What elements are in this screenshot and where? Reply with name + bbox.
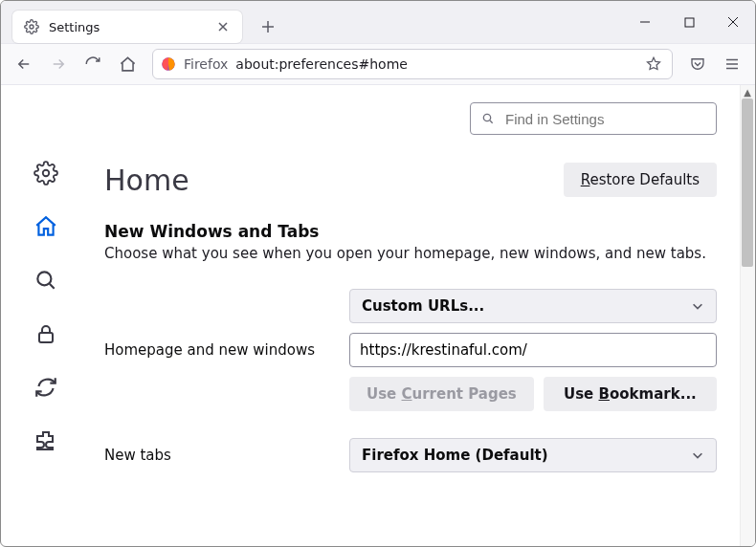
bookmark-star-icon[interactable]	[643, 54, 664, 75]
sidebar-sync[interactable]	[33, 374, 59, 401]
search-icon	[480, 111, 496, 126]
url-text: about:preferences#home	[235, 56, 408, 72]
use-bookmark-button[interactable]: Use Bookmark...	[544, 377, 717, 411]
browser-window: Settings Fi	[0, 0, 756, 547]
minimize-button[interactable]	[623, 1, 667, 43]
reload-button[interactable]	[78, 49, 108, 79]
find-input[interactable]	[503, 110, 706, 128]
tab-title: Settings	[49, 20, 206, 34]
pocket-button[interactable]	[682, 49, 713, 79]
restore-defaults-button[interactable]: Restore Defaults	[564, 163, 717, 197]
svg-point-3	[43, 170, 50, 177]
tab-settings[interactable]: Settings	[12, 11, 242, 43]
svg-point-4	[37, 272, 51, 285]
maximize-button[interactable]	[667, 1, 711, 43]
newtabs-row: New tabs Firefox Home (Default)	[104, 438, 717, 472]
homepage-label: Homepage and new windows	[104, 341, 330, 359]
newtabs-dropdown[interactable]: Firefox Home (Default)	[349, 438, 717, 472]
sidebar-privacy[interactable]	[33, 320, 59, 347]
app-menu-button[interactable]	[717, 49, 747, 79]
main-pane: Home Restore Defaults New Windows and Ta…	[91, 85, 755, 546]
section-desc: Choose what you see when you open your h…	[104, 245, 717, 262]
forward-button[interactable]	[43, 49, 74, 79]
svg-point-0	[30, 25, 33, 29]
home-button[interactable]	[112, 49, 143, 79]
newtabs-dropdown-value: Firefox Home (Default)	[362, 447, 548, 464]
content: Home Restore Defaults New Windows and Ta…	[1, 85, 755, 546]
svg-point-6	[483, 114, 490, 120]
tab-strip: Settings	[1, 1, 755, 43]
chevron-down-icon	[691, 299, 704, 313]
section-title: New Windows and Tabs	[104, 222, 717, 241]
url-protocol-label: Firefox	[184, 56, 228, 72]
firefox-icon	[161, 56, 176, 72]
gear-icon	[24, 19, 39, 34]
sidebar-home[interactable]	[33, 213, 59, 240]
homepage-dropdown-value: Custom URLs...	[362, 297, 484, 315]
newtabs-label: New tabs	[104, 447, 330, 464]
homepage-dropdown[interactable]: Custom URLs...	[349, 289, 717, 323]
window-controls	[623, 1, 755, 43]
toolbar: Firefox about:preferences#home	[1, 43, 755, 85]
find-in-settings[interactable]	[470, 102, 717, 135]
back-button[interactable]	[9, 49, 39, 79]
sidebar-extensions[interactable]	[33, 427, 59, 454]
sidebar	[1, 85, 91, 546]
chevron-down-icon	[691, 449, 704, 462]
close-tab-icon[interactable]	[215, 19, 231, 34]
svg-rect-5	[39, 333, 53, 342]
sidebar-search[interactable]	[33, 267, 59, 294]
svg-rect-1	[685, 18, 694, 27]
homepage-row: Homepage and new windows Custom URLs... …	[104, 289, 717, 411]
url-bar[interactable]: Firefox about:preferences#home	[152, 49, 673, 79]
sidebar-general[interactable]	[33, 160, 59, 186]
use-current-pages-button[interactable]: Use Current Pages	[349, 377, 534, 411]
close-window-button[interactable]	[711, 1, 755, 43]
new-tab-button[interactable]	[254, 12, 282, 41]
homepage-url-field[interactable]	[349, 333, 717, 367]
